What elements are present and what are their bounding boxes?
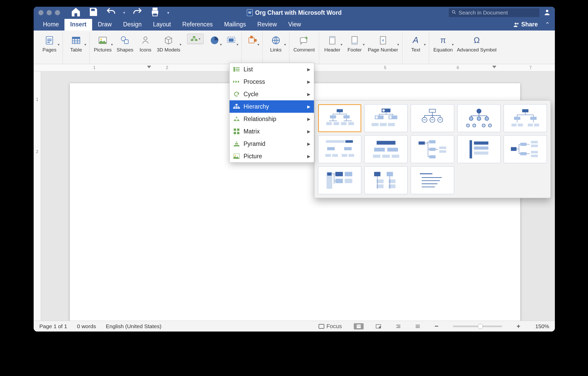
hierarchy-thumb-lined-list[interactable] <box>411 166 454 194</box>
print-layout-view-button[interactable] <box>354 323 364 329</box>
qat-customize-icon[interactable]: ▾ <box>167 10 169 15</box>
textbox-icon: A <box>410 34 421 47</box>
zoom-in-button[interactable]: + <box>514 322 522 331</box>
smartart-category-matrix[interactable]: Matrix▶ <box>230 125 314 138</box>
left-indent-marker[interactable] <box>147 66 151 68</box>
hierarchy-thumb-horizontal-hierarchy[interactable] <box>411 135 454 163</box>
ribbon-insert: ▾ Pages ▾ Table ▾ Pictures Shapes <box>34 31 555 64</box>
hierarchy-thumb-org-chart[interactable] <box>318 104 361 132</box>
hierarchy-thumb-horizontal-multi-level[interactable] <box>504 135 547 163</box>
svg-rect-68 <box>337 109 343 112</box>
zoom-out-button[interactable]: − <box>432 321 440 331</box>
addin-button[interactable]: ▾ <box>244 33 260 63</box>
chevron-down-icon: ▾ <box>341 42 342 47</box>
zoom-slider-knob[interactable] <box>478 324 483 329</box>
equation-button[interactable]: π ▾ Equation <box>431 33 455 63</box>
account-icon[interactable] <box>543 9 552 17</box>
hierarchy-thumb-horizontal-org[interactable] <box>504 104 547 132</box>
header-button[interactable]: ▾ Header <box>321 33 343 63</box>
hierarchy-thumb-labeled-hierarchy[interactable] <box>364 135 408 163</box>
svg-rect-40 <box>319 324 324 328</box>
smartart-category-list[interactable]: List▶ <box>230 63 314 76</box>
svg-rect-58 <box>236 104 238 105</box>
undo-dropdown-icon[interactable]: ▾ <box>123 10 125 15</box>
screenshot-button[interactable]: ▾ <box>223 33 239 63</box>
smartart-category-pyramid[interactable]: Pyramid▶ <box>230 138 314 150</box>
hierarchy-thumb-hierarchy[interactable] <box>318 135 361 163</box>
focus-mode-button[interactable]: Focus <box>317 322 344 330</box>
vertical-ruler[interactable]: 1 2 <box>34 71 41 321</box>
hierarchy-thumb-horizontal-labeled[interactable] <box>457 135 501 163</box>
draft-view-button[interactable] <box>413 323 423 329</box>
smartart-category-cycle[interactable]: Cycle▶ <box>230 88 314 100</box>
shapes-button[interactable]: Shapes <box>114 33 136 63</box>
save-icon[interactable] <box>88 7 99 19</box>
category-label: Pyramid <box>244 140 265 147</box>
zoom-slider[interactable] <box>453 326 502 327</box>
collapse-ribbon-icon[interactable]: ⌃ <box>541 21 551 31</box>
web-layout-view-button[interactable] <box>373 323 383 329</box>
page-number-button[interactable]: # ▾ Page Number <box>366 33 400 63</box>
chart-button[interactable]: ▾ <box>206 33 223 63</box>
smartart-category-hierarchy[interactable]: Hierarchy▶ <box>230 100 314 113</box>
svg-point-94 <box>482 124 485 127</box>
equation-label: Equation <box>433 47 453 53</box>
print-icon[interactable] <box>150 7 160 19</box>
smartart-button[interactable]: ▾ <box>187 34 204 44</box>
tab-review[interactable]: Review <box>252 19 282 31</box>
undo-icon[interactable] <box>106 7 116 19</box>
language-status[interactable]: English (United States) <box>106 323 161 329</box>
svg-rect-123 <box>469 140 472 158</box>
footer-button[interactable]: ▾ Footer <box>343 33 366 63</box>
maximize-window-button[interactable] <box>55 10 60 15</box>
minimize-window-button[interactable] <box>47 10 52 15</box>
tab-home[interactable]: Home <box>37 19 64 31</box>
ruler-tick: 6 <box>457 65 459 70</box>
zoom-level[interactable]: 150% <box>535 323 549 329</box>
word-count[interactable]: 0 words <box>77 323 96 329</box>
hierarchy-thumb-picture-org-chart[interactable] <box>364 104 408 132</box>
smartart-category-picture[interactable]: Picture▶ <box>230 150 314 162</box>
pyramid-icon <box>233 140 240 147</box>
links-button[interactable]: ▾ Links <box>265 33 287 63</box>
smartart-category-process[interactable]: Process▶ <box>230 76 314 88</box>
tab-mailings[interactable]: Mailings <box>218 19 252 31</box>
tab-view[interactable]: View <box>283 19 307 31</box>
share-button[interactable]: Share <box>510 21 541 31</box>
ruler-tick: 1 <box>36 97 38 102</box>
search-input[interactable]: Search in Document <box>449 8 539 17</box>
redo-icon[interactable] <box>132 7 143 19</box>
hierarchy-icon <box>233 103 240 110</box>
close-window-button[interactable] <box>38 10 43 15</box>
hierarchy-thumb-architecture[interactable] <box>364 166 408 194</box>
svg-rect-131 <box>531 145 538 147</box>
tab-references[interactable]: References <box>177 19 218 31</box>
svg-point-89 <box>469 117 473 121</box>
outline-view-button[interactable] <box>393 323 403 329</box>
hierarchy-thumb-table-hierarchy[interactable] <box>318 166 361 194</box>
hierarchy-thumb-half-circle-org[interactable] <box>457 104 501 132</box>
svg-rect-9 <box>47 42 50 43</box>
pictures-button[interactable]: ▾ Pictures <box>92 33 114 63</box>
tab-design[interactable]: Design <box>117 19 148 31</box>
svg-point-17 <box>100 39 102 40</box>
pages-button[interactable]: ▾ Pages <box>38 33 61 63</box>
svg-point-76 <box>382 109 385 112</box>
tab-layout[interactable]: Layout <box>147 19 177 31</box>
svg-point-93 <box>473 124 476 127</box>
comment-button[interactable]: Comment <box>291 33 317 63</box>
tab-insert[interactable]: Insert <box>64 19 92 31</box>
tab-draw[interactable]: Draw <box>92 19 117 31</box>
hierarchy-thumb-name-title-org[interactable] <box>411 104 454 132</box>
home-icon[interactable] <box>70 7 81 19</box>
pictures-icon <box>97 34 108 47</box>
smartart-category-relationship[interactable]: Relationship▶ <box>230 113 314 125</box>
page-info[interactable]: Page 1 of 1 <box>39 323 67 329</box>
icons-button[interactable]: Icons <box>136 33 155 63</box>
svg-rect-28 <box>254 39 256 41</box>
3d-models-button[interactable]: ▾ 3D Models <box>155 33 182 63</box>
right-indent-marker[interactable] <box>492 66 496 68</box>
text-button[interactable]: A ▾ Text <box>405 33 427 63</box>
table-button[interactable]: ▾ Table <box>65 33 87 63</box>
symbol-button[interactable]: Ω Advanced Symbol <box>455 33 498 63</box>
